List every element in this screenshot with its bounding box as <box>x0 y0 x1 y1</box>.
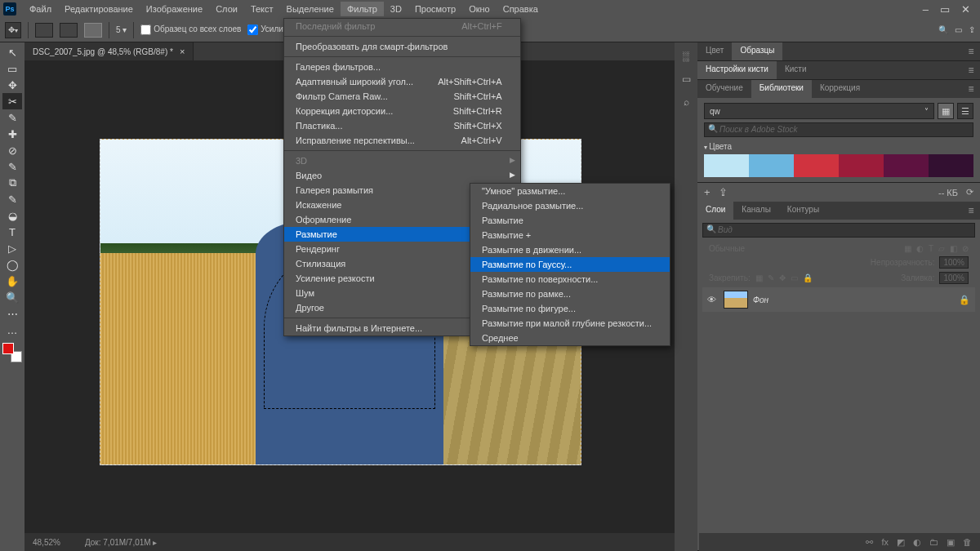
library-section-colors[interactable]: Цвета <box>704 142 973 151</box>
filter-type-icon[interactable]: T <box>929 244 933 253</box>
lock-icon[interactable]: 🔒 <box>959 295 970 305</box>
menu-слои[interactable]: Слои <box>209 2 244 16</box>
menu-item[interactable]: Размытие + <box>470 228 670 242</box>
link-layers-icon[interactable]: ⚯ <box>866 537 873 548</box>
menu-item[interactable]: Пластика...Shift+Ctrl+X <box>284 118 520 133</box>
tab-brushes[interactable]: Кисти <box>777 61 815 79</box>
library-swatch[interactable] <box>929 154 973 177</box>
filter-adjust-icon[interactable]: ◐ <box>916 244 924 253</box>
menu-item[interactable]: Размытие по рамке... <box>470 287 670 301</box>
dock-color-icon[interactable]: ░ <box>678 49 694 64</box>
mode-new-selection[interactable] <box>35 23 53 38</box>
filter-shape-icon[interactable]: ▱ <box>938 244 945 253</box>
tool-8[interactable]: ⧉ <box>2 175 22 191</box>
library-swatch[interactable] <box>839 154 884 177</box>
adjustment-layer-icon[interactable]: ◐ <box>913 537 921 548</box>
tool-10[interactable]: ◒ <box>2 207 22 224</box>
menu-item[interactable]: Радиальное размытие... <box>470 198 670 213</box>
tool-12[interactable]: ▷ <box>2 240 22 256</box>
panel-menu-icon[interactable]: ≡ <box>962 202 980 220</box>
library-select[interactable]: qw˅ <box>704 103 934 119</box>
library-swatch[interactable] <box>884 154 929 177</box>
tool-1[interactable]: ▭ <box>2 60 22 77</box>
sample-all-layers-checkbox[interactable]: Образец со всех слоев <box>140 24 241 35</box>
layer-name[interactable]: Фон <box>753 295 954 304</box>
upload-icon[interactable]: ⇪ <box>719 186 728 198</box>
menu-item[interactable]: "Умное" размытие... <box>470 184 670 198</box>
menu-item[interactable]: Преобразовать для смарт-фильтров <box>284 39 520 54</box>
zoom-level[interactable]: 48,52% <box>33 538 60 547</box>
lock-all-icon[interactable]: 🔒 <box>803 273 813 282</box>
tool-2[interactable]: ✥ <box>2 77 22 93</box>
menu-фильтр[interactable]: Фильтр <box>341 2 384 16</box>
filter-smart-icon[interactable]: ◧ <box>950 244 957 253</box>
tab-layers[interactable]: Слои <box>697 202 733 220</box>
tool-14[interactable]: ✋ <box>2 273 22 289</box>
menu-item[interactable]: Коррекция дисторсии...Shift+Ctrl+R <box>284 104 520 118</box>
minimize-icon[interactable]: – <box>923 3 929 16</box>
menu-item[interactable]: Адаптивный широкий угол...Alt+Shift+Ctrl… <box>284 74 520 89</box>
tool-15[interactable]: 🔍 <box>2 289 22 305</box>
filter-pixel-icon[interactable]: ▦ <box>904 244 911 253</box>
menu-файл[interactable]: Файл <box>23 2 58 16</box>
opacity-field[interactable]: 100% <box>939 256 969 269</box>
panel-menu-icon[interactable]: ≡ <box>962 61 980 79</box>
menu-окно[interactable]: Окно <box>462 2 497 16</box>
menu-изображение[interactable]: Изображение <box>140 2 209 16</box>
menu-просмотр[interactable]: Просмотр <box>408 2 462 16</box>
layer-thumbnail[interactable] <box>724 291 748 309</box>
tool-5[interactable]: ✚ <box>2 126 22 142</box>
tool-4[interactable]: ✎ <box>2 109 22 126</box>
tool-0[interactable]: ↖ <box>2 44 22 60</box>
menu-3d[interactable]: 3D <box>384 2 408 16</box>
document-tab[interactable]: DSC_2007_5.jpg @ 48,5% (RGB/8#) * × <box>24 42 194 60</box>
mode-add-selection[interactable] <box>60 23 78 38</box>
tool-6[interactable]: ⊘ <box>2 142 22 158</box>
tab-paths[interactable]: Контуры <box>779 202 827 220</box>
layer-mask-icon[interactable]: ◩ <box>897 537 905 548</box>
menu-item[interactable]: Размытие при малой глубине резкости... <box>470 316 670 331</box>
workspace-icon[interactable]: ▭ <box>955 25 962 34</box>
new-layer-icon[interactable]: ▣ <box>947 537 955 548</box>
tab-adjustments[interactable]: Коррекция <box>812 80 868 98</box>
menu-item[interactable]: Размытие по Гауссу... <box>470 257 670 272</box>
tool-13[interactable]: ◯ <box>2 256 22 273</box>
search-icon[interactable]: 🔍 <box>938 25 948 34</box>
color-swatches[interactable] <box>2 343 22 362</box>
menu-item[interactable]: Размытие по фигуре... <box>470 301 670 316</box>
menu-редактирование[interactable]: Редактирование <box>58 2 140 16</box>
menu-справка[interactable]: Справка <box>497 2 545 16</box>
tab-brush-settings[interactable]: Настройки кисти <box>697 61 777 79</box>
menu-item[interactable]: Фильтр Camera Raw...Shift+Ctrl+A <box>284 89 520 104</box>
menu-item[interactable]: Размытие в движении... <box>470 242 670 257</box>
layer-visibility-icon[interactable]: 👁 <box>707 295 719 304</box>
menu-item[interactable]: Размытие по поверхности... <box>470 272 670 287</box>
menu-item[interactable]: Размытие <box>470 213 670 228</box>
share-icon[interactable]: ⇪ <box>969 25 975 34</box>
library-swatch[interactable] <box>749 154 794 177</box>
menu-item[interactable]: Галерея фильтров... <box>284 60 520 74</box>
library-search[interactable]: Поиск в Adobe Stock <box>704 122 973 137</box>
layer-item-background[interactable]: 👁 Фон 🔒 <box>702 287 975 312</box>
tab-learn[interactable]: Обучение <box>697 80 751 98</box>
layer-style-icon[interactable]: fx <box>881 537 889 547</box>
tool-17[interactable]: … <box>2 322 22 338</box>
tool-7[interactable]: ✎ <box>2 158 22 175</box>
maximize-icon[interactable]: ▭ <box>940 3 950 16</box>
current-tool-icon[interactable]: ✥▾ <box>5 22 21 38</box>
tool-16[interactable]: ⋯ <box>2 305 22 322</box>
tab-channels[interactable]: Каналы <box>733 202 779 220</box>
tab-libraries[interactable]: Библиотеки <box>751 80 812 98</box>
tab-color[interactable]: Цвет <box>697 42 732 60</box>
lock-transparent-icon[interactable]: ▦ <box>755 273 763 282</box>
mode-subtract-selection[interactable] <box>84 23 102 38</box>
library-swatch[interactable] <box>794 154 839 177</box>
dock-info-icon[interactable]: ⌕ <box>678 95 694 109</box>
menu-item[interactable]: Среднее <box>470 331 670 345</box>
grid-view-icon[interactable]: ▦ <box>938 103 954 119</box>
menu-текст[interactable]: Текст <box>244 2 280 16</box>
close-icon[interactable]: ✕ <box>961 3 970 16</box>
panel-menu-icon[interactable]: ≡ <box>962 80 980 98</box>
list-view-icon[interactable]: ☰ <box>957 103 973 119</box>
lock-image-icon[interactable]: ✎ <box>768 273 774 282</box>
